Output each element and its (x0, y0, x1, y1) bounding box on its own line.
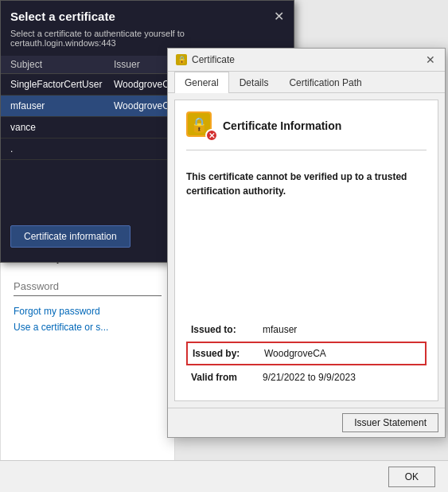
tab-general[interactable]: General (174, 72, 229, 93)
cert-dialog-icon: 🔒 (176, 54, 187, 65)
ms-forgot-password-link[interactable]: Forgot my password (14, 306, 162, 317)
certificate-information-button[interactable]: Certificate information (10, 225, 131, 248)
bottom-bar: OK (0, 460, 448, 492)
cert-issued-to-label: Issued to: (191, 324, 263, 335)
cert-dialog-titlebar: 🔒 Certificate ✕ (168, 49, 445, 72)
cert-warning-text: This certificate cannot be verified up t… (186, 162, 427, 318)
row-subject: vance (10, 122, 114, 133)
row-subject: SingleFactorCertUser (10, 79, 114, 90)
cert-info-title: Certificate Information (223, 119, 341, 132)
tab-certification-path[interactable]: Certification Path (279, 72, 372, 93)
cert-dialog-tabs: General Details Certification Path (168, 72, 445, 93)
col-subject: Subject (10, 59, 114, 70)
row-subject: . (10, 143, 114, 154)
tab-details[interactable]: Details (229, 72, 279, 93)
ms-password-input[interactable] (14, 277, 162, 296)
cert-issued-to-value: mfauser (263, 324, 297, 335)
cert-dialog-title: Certificate (192, 54, 235, 65)
cert-select-close-button[interactable]: ✕ (274, 9, 284, 24)
cert-valid-from-value: 9/21/2022 to 9/9/2023 (263, 372, 356, 383)
cert-select-title: Select a certificate (10, 10, 115, 23)
cert-warning-icon: 🔒 ✕ (186, 111, 215, 140)
cert-issued-to-row: Issued to: mfauser (186, 318, 427, 342)
row-subject: mfauser (10, 100, 114, 111)
cert-select-header: Select a certificate ✕ (1, 1, 294, 29)
cert-issued-by-label: Issued by: (193, 348, 264, 359)
certificate-dialog: 🔒 Certificate ✕ General Details Certific… (167, 48, 446, 438)
cert-dialog-content: 🔒 ✕ Certificate Information This certifi… (174, 100, 438, 401)
cert-dialog-close-button[interactable]: ✕ (424, 53, 437, 66)
cert-details-section: Issued to: mfauser Issued by: WoodgroveC… (186, 318, 427, 389)
issuer-statement-button[interactable]: Issuer Statement (342, 413, 438, 432)
cert-error-badge-icon: ✕ (205, 129, 218, 142)
cert-valid-from-row: Valid from 9/21/2022 to 9/9/2023 (186, 365, 427, 389)
cert-issued-by-value: WoodgroveCA (264, 348, 326, 359)
cert-issued-by-row: Issued by: WoodgroveCA (186, 342, 427, 365)
cert-info-header: 🔒 ✕ Certificate Information (186, 111, 427, 150)
ok-button[interactable]: OK (388, 467, 435, 487)
cert-dialog-title-area: 🔒 Certificate (176, 54, 235, 65)
cert-valid-from-label: Valid from (191, 372, 263, 383)
ms-use-cert-link[interactable]: Use a certificate or s... (14, 322, 162, 333)
cert-dialog-footer: Issuer Statement (168, 408, 445, 437)
